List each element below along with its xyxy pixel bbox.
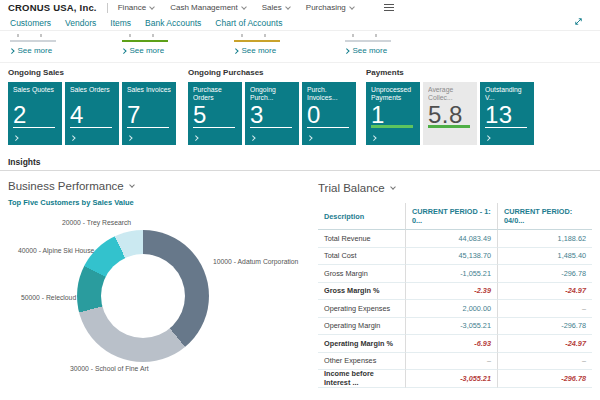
column-header[interactable]: Description [318, 203, 405, 230]
cell-value[interactable]: -24.97 [497, 283, 592, 301]
trial-balance-table: Description CURRENT PERIOD - 1: 0... CUR… [318, 203, 592, 388]
cell-value[interactable]: -2.39 [405, 283, 497, 301]
company-name[interactable]: CRONUS USA, Inc. [8, 2, 97, 13]
cue-summary-section: See more [345, 33, 405, 55]
business-performance-heading[interactable]: Business Performance [8, 180, 134, 192]
chart-title-link[interactable]: Top Five Customers by Sales Value [8, 198, 134, 207]
chevron-right-icon [233, 48, 238, 53]
cue-summary-line [122, 40, 168, 42]
list-tabs-bar: Customers Vendors Items Bank Accounts Ch… [0, 16, 600, 30]
chevron-right-icon [250, 135, 255, 140]
chevron-right-icon [344, 48, 349, 53]
tile-value: 3 [250, 103, 294, 127]
cell-value[interactable]: -296.78 [497, 265, 592, 283]
see-more-link[interactable]: See more [234, 46, 294, 55]
chevron-right-icon [9, 48, 14, 53]
cell-value[interactable]: -24.97 [497, 335, 592, 353]
pie-label-relecloud: 50000 - Relecloud [21, 294, 76, 301]
pie-label-trey-research: 20000 - Trey Research [62, 219, 131, 226]
cell-value[interactable]: -296.78 [497, 318, 592, 336]
see-more-link[interactable]: See more [345, 46, 405, 55]
row-label: Income before Interest ... [318, 370, 405, 388]
expand-icon[interactable] [573, 16, 584, 27]
cell-value[interactable]: -3,055.21 [405, 318, 497, 336]
chevron-down-icon [390, 184, 396, 190]
menu-purchasing[interactable]: Purchasing [306, 3, 354, 12]
tab-items[interactable]: Items [110, 18, 131, 28]
hamburger-menu-icon[interactable] [384, 4, 394, 11]
tile-value: 4 [70, 103, 114, 127]
trial-balance-heading[interactable]: Trial Balance [318, 182, 395, 194]
tile-average-collection-days[interactable]: Average Collec...Days 5.8 [423, 82, 477, 145]
cue-summary-line [345, 40, 391, 42]
row-label: Operating Margin % [318, 335, 405, 353]
cue-summary-section: See more [234, 33, 294, 55]
cue-group-ongoing-sales: Ongoing Sales Sales Quotes 2 Sales Order… [8, 68, 176, 145]
chevron-right-icon [193, 135, 198, 140]
group-label: Ongoing Purchases [188, 68, 356, 77]
cell-value[interactable]: – [497, 353, 592, 371]
cell-value[interactable]: -1,055.21 [405, 265, 497, 283]
sparkline-remnant [122, 33, 182, 38]
donut-chart[interactable] [77, 230, 209, 362]
tab-bank-accounts[interactable]: Bank Accounts [145, 18, 201, 28]
cell-value[interactable]: – [405, 353, 497, 371]
cell-value[interactable]: -6.93 [405, 335, 497, 353]
tab-chart-of-accounts[interactable]: Chart of Accounts [215, 18, 282, 28]
tab-vendors[interactable]: Vendors [65, 18, 96, 28]
column-header[interactable]: CURRENT PERIOD - 1: 0... [405, 203, 497, 230]
chevron-right-icon [121, 48, 126, 53]
tile-purchase-orders[interactable]: Purchase Orders 5 [188, 82, 242, 145]
row-label: Operating Expenses [318, 300, 405, 318]
row-label: Operating Margin [318, 318, 405, 336]
menu-finance[interactable]: Finance [118, 3, 154, 12]
cell-value[interactable]: 44,083.49 [405, 230, 497, 248]
tile-outstanding-vendor-invoices[interactable]: Outstanding V...Invoices 13 [480, 82, 534, 145]
chevron-right-icon [371, 135, 376, 140]
menu-cash-management[interactable]: Cash Management [170, 3, 246, 12]
cell-value[interactable]: 1,485.40 [497, 248, 592, 266]
cue-summary-band: See more See more See more See more [0, 30, 600, 58]
tile-sales-invoices[interactable]: Sales Invoices 7 [122, 82, 176, 145]
tile-value: 13 [485, 103, 529, 127]
cell-value[interactable]: – [497, 300, 592, 318]
row-label: Total Cost [318, 248, 405, 266]
donut-hole [101, 254, 185, 338]
group-label: Payments [366, 68, 534, 77]
row-label: Gross Margin [318, 265, 405, 283]
see-more-link[interactable]: See more [122, 46, 182, 55]
row-label: Other Expenses [318, 353, 405, 371]
cell-value[interactable]: -3,055.21 [405, 370, 497, 388]
see-more-link[interactable]: See more [10, 46, 70, 55]
tab-customers[interactable]: Customers [10, 18, 51, 28]
tile-unprocessed-payments[interactable]: UnprocessedPayments 1 [366, 82, 420, 145]
tile-value: 5 [193, 103, 237, 127]
cell-value[interactable]: 2,000.00 [405, 300, 497, 318]
cue-summary-section: See more [10, 33, 70, 55]
column-header[interactable]: CURRENT PERIOD: 04/0... [497, 203, 592, 230]
pie-label-alpine-ski-house: 40000 - Alpine Ski House [18, 247, 94, 254]
sparkline-remnant [10, 33, 70, 38]
tile-purchase-invoices-next-week[interactable]: Purch. Invoices...Next Week 0 [302, 82, 356, 145]
divider [0, 170, 600, 171]
chevron-right-icon [485, 135, 490, 140]
business-central-dashboard: CRONUS USA, Inc. Finance Cash Management… [0, 0, 600, 400]
cue-group-payments: Payments UnprocessedPayments 1 Average C… [366, 68, 534, 145]
chevron-down-icon [129, 182, 135, 188]
tile-sales-orders[interactable]: Sales Orders 4 [65, 82, 119, 145]
tile-value: 0 [307, 103, 351, 127]
menu-sales[interactable]: Sales [262, 3, 290, 12]
chevron-right-icon [70, 135, 75, 140]
cell-value[interactable]: 1,188.62 [497, 230, 592, 248]
top-nav-bar: CRONUS USA, Inc. Finance Cash Management… [0, 0, 600, 15]
cell-value[interactable]: -296.78 [497, 370, 592, 388]
tile-value: 7 [127, 103, 171, 127]
sparkline-remnant [234, 33, 294, 38]
chevron-down-icon [349, 4, 355, 10]
cue-summary-line [234, 40, 280, 42]
tile-ongoing-purchase-invoices[interactable]: Ongoing Purch...Invoices 3 [245, 82, 299, 145]
tile-sales-quotes[interactable]: Sales Quotes 2 [8, 82, 62, 145]
chevron-down-icon [241, 4, 247, 10]
cell-value[interactable]: 45,138.70 [405, 248, 497, 266]
chevron-down-icon [149, 4, 155, 10]
